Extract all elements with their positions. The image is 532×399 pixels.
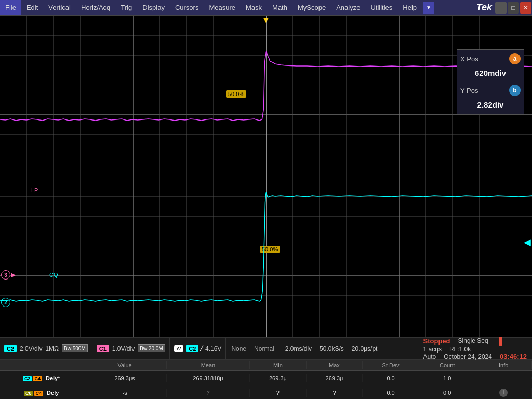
menu-file[interactable]: File [0,0,21,15]
menu-cursors[interactable]: Cursors [170,0,204,15]
math-badge-c2: C2 [186,345,198,352]
meas-row2-name: C8 C4 Dely [0,389,83,397]
ch1-badge: C1 [97,345,109,352]
row2-badge-c8: C8 [24,391,33,396]
pt-rate: 20.0μs/pt [352,345,378,352]
menu-dropdown[interactable]: ▼ [423,2,434,14]
meas-row1-max: 269.3μ [307,374,363,382]
status-bar: C2 2.0V/div 1MΩ Bw:500M C1 1.0V/div Bw:2… [0,337,532,399]
xpos-divider [460,82,521,82]
meas-row1-name: C2 C4 Dely* [0,374,83,382]
normal-label: Normal [254,345,274,352]
meas-row2-min: ? [250,389,307,397]
stopped-label: Stopped [423,337,450,345]
cursor-label-ch2: 50.0% [260,246,280,253]
meas-row1-count: 1.0 [419,374,476,382]
meas-row2-count: 0.0 [419,389,476,397]
meas-row2-mean: ? [167,389,250,397]
menu-horizacq[interactable]: Horiz/Acq [76,0,115,15]
menu-analyze[interactable]: Analyze [331,0,365,15]
mode-label: Single Seq [458,337,488,344]
tek-logo: Tek [476,2,492,13]
close-button[interactable]: ✕ [520,2,531,14]
row1-badge-c2: C2 [23,376,32,381]
cq-label: CQ [49,272,58,278]
math-badge-a: A' [174,345,184,352]
ch2-scale: 2.0V/div [20,345,42,352]
meas-row2-max: ? [307,389,363,397]
cursor-label-ch1: 50.0% [226,90,246,98]
row2-badge-c4: C4 [34,391,44,396]
meas-col-count: Count [419,361,476,369]
meas-row1-info [475,377,532,379]
meas-row1-min: 269.3μ [250,374,307,382]
rl-label: RL:1.0k [449,345,471,353]
ch1-scale: 1.0V/div [112,345,135,352]
xpos-label: X Pos [460,55,478,63]
lp-label: LP [31,187,38,193]
timebase-value: 2.0ms/div [285,345,312,352]
meas-row-dely-star: C2 C4 Dely* 269.3μs 269.31818μ 269.3μ 26… [0,371,532,385]
minimize-button[interactable]: ─ [495,2,507,14]
menubar: File Edit Vertical Horiz/Acq Trig Displa… [0,0,532,16]
meas-col-name [0,364,83,366]
menu-edit[interactable]: Edit [21,0,43,15]
meas-row1-value: 269.3μs [83,374,166,382]
meas-col-max: Max [307,361,363,369]
badge-b: b [509,85,521,96]
row1-badge-c4: C4 [33,376,42,381]
display-area: ▼ 50.0% 50.0% LP CQ 3 ▶ 2 ◀ X Pos [0,16,532,337]
sample-rate: 50.0kS/s [320,345,344,352]
xpos-panel: X Pos a 620mdiv Y Pos b 2.82div [457,49,524,114]
menu-myscope[interactable]: MyScope [292,0,331,15]
ch2-marker: 2 [1,298,10,307]
row2-meas-name: Dely [47,390,59,396]
meas-row-dely: C8 C4 Dely -s ? ? ? 0.0 0.0 i [0,385,532,399]
badge-a: a [509,53,521,64]
menu-display[interactable]: Display [137,0,170,15]
maximize-button[interactable]: □ [508,2,519,14]
meas-header-row: Value Mean Min Max St Dev Count Info [0,360,532,371]
meas-col-stdev: St Dev [363,361,419,369]
ch2-impedance: 1MΩ [45,345,59,352]
ypos-value: 2.82div [460,99,521,111]
ch1-info-block: C1 1.0V/div Bw:20.0M [92,338,170,359]
acq-status-block: Stopped Single Seq ▐ 1 acqs RL:1.0k Auto… [418,338,532,359]
meas-row1-stdev: 0.0 [363,374,419,382]
menu-measure[interactable]: Measure [204,0,241,15]
menu-help[interactable]: Help [397,0,422,15]
none-label: None [231,345,246,352]
math-value: 4.16V [205,345,221,352]
stop-icon: ▐ [496,336,502,345]
meas-row2-value: -s [83,389,166,397]
ch3-marker: 3 ▶ [1,270,16,280]
menu-trig[interactable]: Trig [115,0,137,15]
meas-row1-mean: 269.31818μ [167,374,250,382]
ch2-badge: C2 [4,345,17,352]
menu-math[interactable]: Math [267,0,292,15]
acqs-label: 1 acqs [423,345,442,353]
meas-row2-stdev: 0.0 [363,389,419,397]
info-icon[interactable]: i [499,389,508,397]
ch1-bw: Bw:20.0M [138,344,165,352]
math-info-block: A' C2 ⁄ 4.16V [170,338,226,359]
grid-area: ▼ 50.0% 50.0% LP CQ 3 ▶ 2 ◀ X Pos [0,16,532,337]
ypos-label: Y Pos [460,87,478,95]
timebase-block: 2.0ms/div 50.0kS/s 20.0μs/pt [280,338,383,359]
meas-row2-info: i [475,388,532,398]
measurement-table: Value Mean Min Max St Dev Count Info C2 … [0,360,532,399]
top-status-row: C2 2.0V/div 1MΩ Bw:500M C1 1.0V/div Bw:2… [0,338,532,360]
meas-col-value: Value [83,361,166,369]
meas-col-min: Min [250,361,307,369]
meas-col-info: Info [475,361,532,369]
row1-meas-name: Dely* [46,375,60,381]
right-arrow-marker: ◀ [524,236,531,248]
menu-utilities[interactable]: Utilities [365,0,397,15]
ch2-info-block: C2 2.0V/div 1MΩ Bw:500M [0,338,92,359]
menu-mask[interactable]: Mask [241,0,267,15]
slash-icon: ⁄ [201,344,203,353]
ch2-bw: Bw:500M [62,344,88,352]
xpos-value: 620mdiv [460,67,521,79]
meas-col-mean: Mean [167,361,250,369]
menu-vertical[interactable]: Vertical [43,0,76,15]
